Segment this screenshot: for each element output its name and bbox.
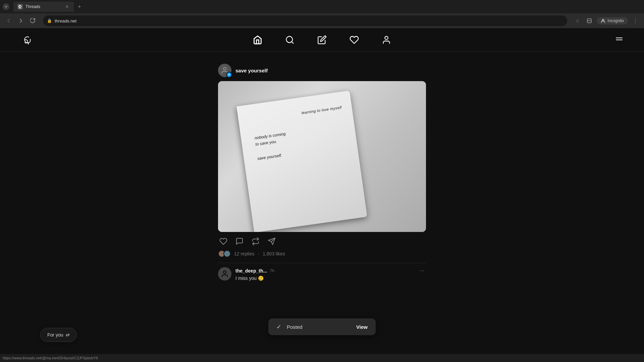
active-tab[interactable]: Threads ✕ [13,2,74,12]
reply-avatar [218,267,231,281]
toast-message: Posted [287,324,351,330]
compose-nav-button[interactable] [316,34,328,46]
tab-nav-dropdown[interactable] [3,3,9,10]
feed-column: + save yourself learning to love myself … [218,58,426,362]
book-object: learning to love myself nobody is coming… [236,90,367,232]
likes-count: 1,803 likes [263,251,285,256]
toast-view-button[interactable]: View [356,324,368,330]
browser-toolbar: 🔒 threads.net ☆ Incognito ⋮ [0,13,644,28]
svg-line-5 [291,42,293,43]
toast-notification: ✓ Posted View [268,318,376,335]
post-actions [218,236,426,247]
replies-count: 12 replies [234,251,255,256]
svg-point-0 [19,5,21,8]
toast-check-icon: ✓ [276,323,281,330]
share-button[interactable] [266,236,277,247]
book-text-footer: save yourself. [257,143,347,162]
new-tab-button[interactable]: + [75,2,84,11]
post-header: + save yourself [218,64,426,77]
address-bar[interactable]: 🔒 threads.net [43,15,567,26]
more-options-button[interactable]: ⋮ [631,16,640,25]
comment-button[interactable] [234,236,245,247]
status-bar: https://www.threads.net/@ma.ine4254/post… [0,354,644,362]
tab-favicon [17,4,23,9]
bookmark-button[interactable]: ☆ [573,16,582,25]
reply-meta: the_deep_th... 7h [235,268,275,274]
post-avatar-container: + [218,64,231,77]
for-you-label: For you [47,332,63,338]
home-nav-button[interactable] [252,34,264,46]
reply-time: 7h [270,268,274,273]
reply-text: I miss you 🥲 [235,276,426,281]
search-nav-button[interactable] [284,34,296,46]
book-background: learning to love myself nobody is coming… [218,81,426,232]
tab-title: Threads [25,4,62,9]
reply-content: the_deep_th... 7h ··· I miss you 🥲 [235,267,426,281]
incognito-button[interactable]: Incognito [597,17,628,24]
avatar-small-2 [223,250,231,257]
reply-post: the_deep_th... 7h ··· I miss you 🥲 [218,263,426,285]
lock-icon: 🔒 [47,18,52,23]
forward-button[interactable] [16,16,25,25]
post-stats: 12 replies · 1,803 likes [218,250,426,257]
like-button[interactable] [218,236,229,247]
post: + save yourself learning to love myself … [218,58,426,290]
threads-logo[interactable] [20,33,34,47]
svg-point-6 [385,36,388,39]
reply-more-button[interactable]: ··· [418,267,426,274]
follow-plus-icon[interactable]: + [226,72,232,78]
tab-nav-left [3,3,9,10]
svg-point-12 [223,271,226,274]
book-text-title: learning to love myself [252,105,342,122]
toolbar-right: ☆ Incognito ⋮ [573,16,640,25]
profile-extensions-button[interactable] [585,16,594,25]
refresh-button[interactable] [28,16,38,25]
post-username: save yourself [235,68,268,73]
menu-button[interactable] [614,35,624,45]
browser-chrome: Threads ✕ + 🔒 threads.net ☆ Incognito [0,0,644,28]
tab-bar: Threads ✕ + [0,0,644,13]
activity-nav-button[interactable] [348,34,360,46]
repost-button[interactable] [250,236,261,247]
reply-username: the_deep_th... [235,268,267,274]
book-text-body: nobody is comingto save you. [254,122,346,148]
app-container: + save yourself learning to love myself … [0,28,644,362]
back-button[interactable] [4,16,13,25]
nav-icons [252,34,392,46]
post-image: learning to love myself nobody is coming… [218,81,426,232]
reply-header: the_deep_th... 7h ··· [235,267,426,274]
tab-close-button[interactable]: ✕ [64,4,70,9]
top-nav [0,28,644,52]
status-url: https://www.threads.net/@ma.ine4254/post… [3,356,98,360]
stats-separator: · [258,251,259,257]
for-you-icon: ⇄ [66,332,70,338]
for-you-button[interactable]: For you ⇄ [40,328,77,342]
url-text: threads.net [55,18,76,23]
main-content: + save yourself learning to love myself … [0,52,644,362]
avatar-group [218,250,231,257]
svg-point-9 [223,67,226,70]
profile-nav-button[interactable] [380,34,392,46]
